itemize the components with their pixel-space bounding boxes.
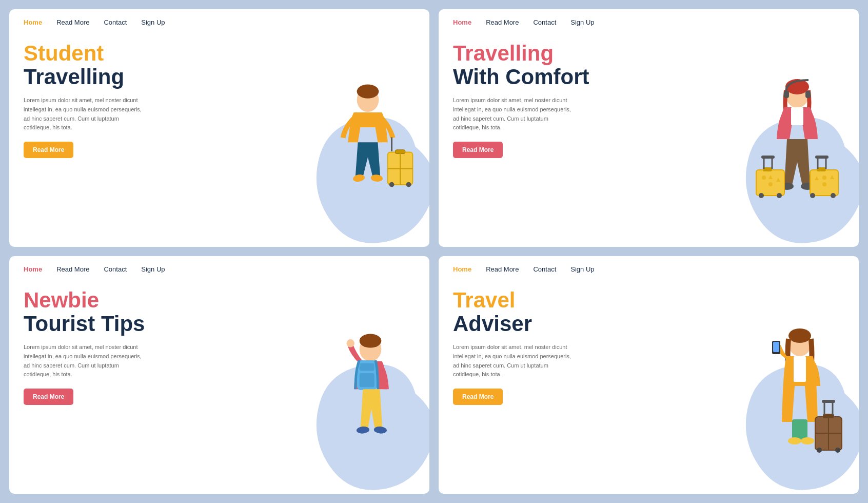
nav-home-4[interactable]: Home xyxy=(453,265,471,273)
svg-point-9 xyxy=(406,182,411,187)
svg-point-42 xyxy=(346,339,354,347)
nav-readmore-1[interactable]: Read More xyxy=(56,18,89,26)
svg-point-63 xyxy=(788,437,801,444)
svg-point-2 xyxy=(352,173,365,182)
card-newbie-tourist: Home Read More Contact Sign Up Newbie To… xyxy=(9,256,429,494)
character-newbie xyxy=(322,324,419,494)
nav-card-1: Home Read More Contact Sign Up xyxy=(9,9,429,31)
nav-contact-2[interactable]: Contact xyxy=(533,18,556,26)
read-more-btn-3[interactable]: Read More xyxy=(24,389,73,405)
svg-point-62 xyxy=(835,448,840,453)
nav-readmore-2[interactable]: Read More xyxy=(486,18,519,26)
title-line1-4: Travel xyxy=(453,288,668,312)
body-text-1: Lorem ipsum dolor sit amet, mel noster d… xyxy=(24,96,147,132)
svg-rect-13 xyxy=(791,107,803,125)
body-text-3: Lorem ipsum dolor sit amet, mel noster d… xyxy=(24,343,147,379)
card-student-travelling: Home Read More Contact Sign Up Student T… xyxy=(9,9,429,247)
nav-home-3[interactable]: Home xyxy=(24,265,42,273)
nav-readmore-4[interactable]: Read More xyxy=(486,265,519,273)
title-line1-2: Travelling xyxy=(453,42,668,65)
svg-rect-60 xyxy=(822,400,835,403)
character-adviser xyxy=(748,319,851,494)
svg-point-25 xyxy=(759,193,764,198)
nav-contact-4[interactable]: Contact xyxy=(533,265,556,273)
nav-contact-3[interactable]: Contact xyxy=(104,265,127,273)
svg-rect-38 xyxy=(784,91,789,98)
card-travelling-comfort: Home Read More Contact Sign Up Travellin… xyxy=(439,9,859,247)
svg-point-37 xyxy=(831,193,836,198)
title-line2-1: Travelling xyxy=(24,65,239,89)
svg-rect-50 xyxy=(794,356,806,382)
nav-home-1[interactable]: Home xyxy=(24,18,42,26)
card-body-1: Student Travelling Lorem ipsum dolor sit… xyxy=(9,31,429,247)
svg-point-36 xyxy=(810,193,815,198)
title-line1-1: Student xyxy=(24,42,239,65)
svg-point-61 xyxy=(817,448,822,453)
nav-signup-1[interactable]: Sign Up xyxy=(141,18,165,26)
svg-point-1 xyxy=(357,85,379,99)
svg-point-64 xyxy=(801,437,814,444)
character-student xyxy=(317,78,419,247)
read-more-btn-1[interactable]: Read More xyxy=(24,142,73,158)
nav-card-3: Home Read More Contact Sign Up xyxy=(9,256,429,278)
body-text-4: Lorem ipsum dolor sit amet, mel noster d… xyxy=(453,343,576,379)
read-more-btn-4[interactable]: Read More xyxy=(453,389,503,405)
svg-point-49 xyxy=(788,328,811,343)
svg-rect-44 xyxy=(360,363,374,371)
card-body-2: Travelling With Comfort Lorem ipsum dolo… xyxy=(439,31,859,247)
svg-point-32 xyxy=(822,182,826,186)
nav-signup-2[interactable]: Sign Up xyxy=(570,18,594,26)
svg-rect-51 xyxy=(792,419,807,440)
svg-point-30 xyxy=(822,176,826,180)
nav-card-2: Home Read More Contact Sign Up xyxy=(439,9,859,31)
svg-rect-24 xyxy=(761,156,775,159)
character-comfort xyxy=(741,72,854,247)
nav-signup-3[interactable]: Sign Up xyxy=(141,265,165,273)
svg-point-41 xyxy=(360,334,382,347)
svg-point-26 xyxy=(777,193,782,198)
text-section-2: Travelling With Comfort Lorem ipsum dolo… xyxy=(453,36,668,158)
nav-home-2[interactable]: Home xyxy=(453,18,471,26)
svg-point-18 xyxy=(762,176,766,180)
svg-rect-53 xyxy=(773,342,779,352)
read-more-btn-2[interactable]: Read More xyxy=(453,142,503,158)
title-line2-2: With Comfort xyxy=(453,65,668,89)
text-section-3: Newbie Tourist Tips Lorem ipsum dolor si… xyxy=(24,283,239,405)
svg-point-21 xyxy=(768,182,773,186)
nav-card-4: Home Read More Contact Sign Up xyxy=(439,256,859,278)
card-body-3: Newbie Tourist Tips Lorem ipsum dolor si… xyxy=(9,278,429,494)
svg-point-8 xyxy=(389,182,394,187)
nav-signup-4[interactable]: Sign Up xyxy=(570,265,594,273)
title-line2-3: Tourist Tips xyxy=(24,312,239,336)
svg-rect-35 xyxy=(815,156,828,159)
text-section-1: Student Travelling Lorem ipsum dolor sit… xyxy=(24,36,239,158)
card-body-4: Travel Adviser Lorem ipsum dolor sit ame… xyxy=(439,278,859,494)
text-section-4: Travel Adviser Lorem ipsum dolor sit ame… xyxy=(453,283,668,405)
svg-rect-45 xyxy=(360,373,374,387)
body-text-2: Lorem ipsum dolor sit amet, mel noster d… xyxy=(453,96,576,132)
card-travel-adviser: Home Read More Contact Sign Up Travel Ad… xyxy=(439,256,859,494)
title-line2-4: Adviser xyxy=(453,312,668,336)
nav-readmore-3[interactable]: Read More xyxy=(56,265,89,273)
svg-rect-39 xyxy=(805,91,811,98)
title-line1-3: Newbie xyxy=(24,288,239,312)
nav-contact-1[interactable]: Contact xyxy=(104,18,127,26)
